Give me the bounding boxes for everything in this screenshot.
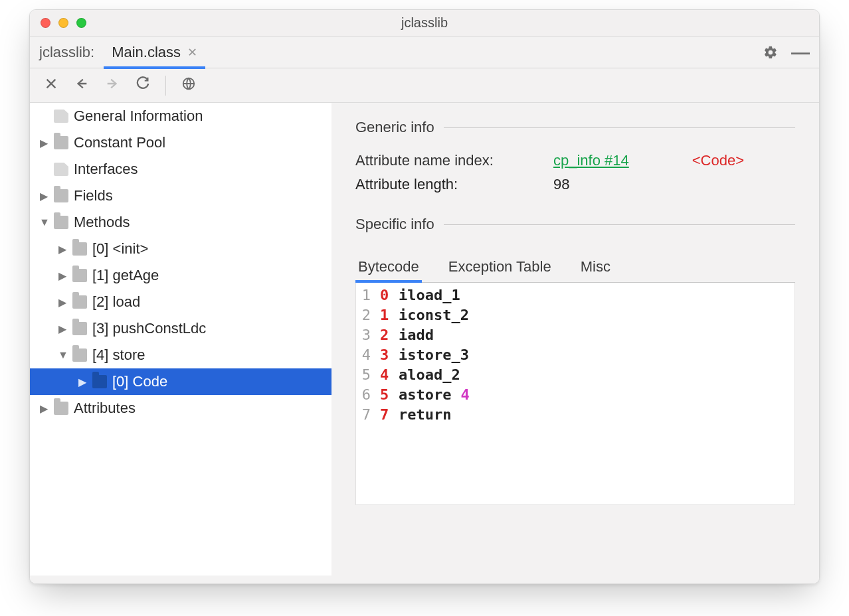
editor-tab-main-class[interactable]: Main.class ✕	[104, 37, 205, 68]
tree-node-label: Attributes	[74, 400, 136, 417]
bytecode-row[interactable]: 54aload_2	[361, 365, 789, 385]
attribute-length-label: Attribute length:	[355, 176, 541, 193]
toolbar-forward-button[interactable]	[102, 75, 123, 96]
folder-icon	[72, 322, 87, 335]
disclosure-icon[interactable]: ▼	[58, 349, 67, 361]
disclosure-icon[interactable]: ▶	[78, 376, 87, 388]
bytecode-row[interactable]: 43istore_3	[361, 345, 789, 365]
tree-node[interactable]: ▼Methods	[30, 209, 331, 236]
bytecode-linenum: 5	[361, 365, 371, 385]
folder-icon	[72, 295, 87, 309]
disclosure-icon[interactable]: ▶	[58, 323, 67, 335]
tree-node[interactable]: ▶Fields	[30, 183, 331, 209]
disclosure-icon[interactable]: ▼	[39, 216, 48, 228]
section-generic-label: Generic info	[355, 119, 434, 136]
tree-node[interactable]: ▶Attributes	[30, 395, 331, 422]
tree-node-label: [3] pushConstLdc	[92, 320, 206, 337]
bytecode-linenum: 2	[361, 305, 371, 325]
window-close-button[interactable]	[41, 18, 50, 28]
folder-icon	[72, 348, 87, 362]
section-specific-label: Specific info	[355, 216, 434, 233]
tree-node[interactable]: ▼[4] store	[30, 342, 331, 368]
tab-exception-table[interactable]: Exception Table	[446, 253, 554, 282]
tree-node[interactable]: ▶[0] Code	[30, 368, 331, 395]
minimize-dock-button[interactable]: —	[785, 42, 812, 63]
bytecode-linenum: 7	[361, 405, 371, 425]
tree-node-label: General Information	[74, 108, 203, 125]
tab-close-icon[interactable]: ✕	[187, 45, 197, 60]
window-zoom-button[interactable]	[76, 18, 86, 28]
toolbar-close-button[interactable]	[41, 75, 62, 96]
bytecode-opcode: iadd	[399, 325, 434, 345]
disclosure-icon[interactable]: ▶	[39, 137, 48, 149]
disclosure-icon[interactable]: ▶	[58, 270, 67, 282]
section-generic-header: Generic info	[355, 119, 795, 136]
footer	[30, 576, 819, 583]
attribute-length-value: 98	[553, 176, 795, 193]
arrow-left-icon	[74, 76, 89, 94]
attribute-name-row: Attribute name index: cp_info #14 <Code>	[355, 152, 795, 169]
folder-icon	[72, 269, 87, 282]
tree-node[interactable]: ▶Constant Pool	[30, 129, 331, 156]
bytecode-listing[interactable]: 10iload_121iconst_232iadd43istore_354alo…	[355, 283, 795, 505]
detail-pane: Generic info Attribute name index: cp_in…	[331, 103, 819, 576]
attribute-name-link[interactable]: cp_info #14	[553, 152, 680, 169]
tab-misc[interactable]: Misc	[578, 253, 613, 282]
tree-node[interactable]: ▶[0] <init>	[30, 236, 331, 262]
tree-node-label: [0] Code	[112, 373, 167, 390]
bytecode-linenum: 1	[361, 285, 371, 305]
toolbar-website-button[interactable]	[178, 75, 199, 96]
folder-icon	[54, 189, 68, 202]
disclosure-icon[interactable]: ▶	[58, 296, 67, 309]
tree-node[interactable]: ▶[2] load	[30, 289, 331, 315]
tree-node-label: Constant Pool	[74, 134, 165, 151]
toolbar	[30, 68, 819, 103]
toolbar-reload-button[interactable]	[132, 75, 153, 96]
window-minimize-button[interactable]	[58, 18, 68, 28]
bytecode-row[interactable]: 21iconst_2	[361, 305, 789, 325]
tab-bytecode[interactable]: Bytecode	[355, 253, 422, 282]
settings-button[interactable]	[757, 45, 785, 60]
editor-tab-label: Main.class	[112, 44, 181, 61]
tree-node[interactable]: ▶General Information	[30, 103, 331, 129]
bytecode-linenum: 4	[361, 345, 371, 365]
tree-node[interactable]: ▶[1] getAge	[30, 262, 331, 289]
folder-icon	[72, 242, 87, 256]
workspace-label: jclasslib:	[39, 44, 94, 61]
bytecode-linenum: 3	[361, 325, 371, 345]
tree-node-label: Methods	[74, 214, 130, 231]
disclosure-icon[interactable]: ▶	[39, 190, 48, 202]
window-controls	[41, 18, 86, 28]
structure-tree[interactable]: ▶General Information▶Constant Pool▶Inter…	[30, 103, 331, 576]
bytecode-linenum: 6	[361, 385, 371, 405]
tree-node[interactable]: ▶Interfaces	[30, 156, 331, 183]
folder-icon	[54, 136, 68, 149]
tree-node-label: [0] <init>	[92, 240, 148, 258]
tree-node-label: [4] store	[92, 346, 145, 364]
bytecode-pc: 0	[380, 285, 389, 305]
app-window: jclasslib jclasslib: Main.class ✕ —	[29, 9, 820, 584]
bytecode-opcode: istore_3	[399, 345, 469, 365]
bytecode-row[interactable]: 77return	[361, 405, 789, 425]
window-titlebar: jclasslib	[30, 10, 819, 37]
bytecode-row[interactable]: 32iadd	[361, 325, 789, 345]
bytecode-pc: 3	[380, 345, 389, 365]
attribute-length-row: Attribute length: 98	[355, 176, 795, 193]
bytecode-row[interactable]: 65astore4	[361, 385, 789, 405]
bytecode-pc: 4	[380, 365, 389, 385]
bytecode-opcode: iload_1	[399, 285, 460, 305]
tree-node-label: [1] getAge	[92, 267, 159, 284]
tree-node[interactable]: ▶[3] pushConstLdc	[30, 315, 331, 342]
bytecode-arg: 4	[460, 385, 469, 405]
disclosure-icon[interactable]: ▶	[39, 402, 48, 415]
file-icon	[54, 163, 68, 176]
bytecode-opcode: return	[399, 405, 451, 425]
toolbar-back-button[interactable]	[71, 75, 92, 96]
bytecode-opcode: astore	[399, 385, 451, 405]
bytecode-row[interactable]: 10iload_1	[361, 285, 789, 305]
attribute-name-label: Attribute name index:	[355, 152, 541, 169]
main-body: ▶General Information▶Constant Pool▶Inter…	[30, 103, 819, 576]
disclosure-icon[interactable]: ▶	[58, 243, 67, 256]
reload-icon	[136, 76, 150, 94]
tree-node-label: Fields	[74, 187, 113, 204]
